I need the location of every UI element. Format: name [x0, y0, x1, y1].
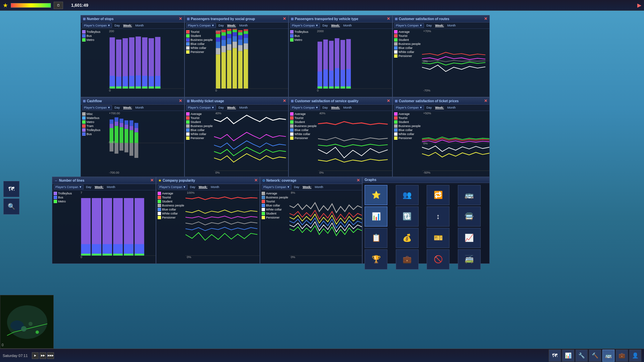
ff2-btn[interactable]: ▶▶▶: [47, 352, 54, 359]
star-icon: ★: [3, 2, 8, 9]
legend-social: Tourist Student Business people Blue col…: [185, 29, 214, 93]
graph-btn-arrows[interactable]: ↕: [427, 206, 449, 227]
close-stops[interactable]: ✕: [179, 16, 182, 21]
company-selector-cashflow[interactable]: Player's Compan ▼: [82, 105, 112, 110]
close-network[interactable]: ✕: [357, 178, 360, 183]
month-btn-cashflow[interactable]: Month: [135, 106, 145, 110]
panel-title-cashflow: ⊞ Cashflow: [83, 99, 102, 103]
month-btn-tickets[interactable]: Month: [238, 106, 249, 110]
bottom-icon-bus[interactable]: 🚌: [602, 350, 614, 362]
graph-btn-list[interactable]: 📋: [365, 228, 387, 248]
chart-max-lines: 7: [80, 191, 82, 194]
close-tickets[interactable]: ✕: [283, 99, 286, 103]
day-btn-prices[interactable]: Day: [425, 106, 433, 110]
month-btn-lines[interactable]: Month: [106, 185, 116, 189]
close-quality[interactable]: ✕: [387, 99, 390, 103]
day-btn-vehicle[interactable]: Day: [321, 23, 329, 27]
graph-btn-no[interactable]: 🚫: [427, 249, 449, 269]
close-vehicle[interactable]: ✕: [387, 16, 390, 21]
chart-min-network: 0%: [291, 255, 295, 259]
panel-title-routes: ⊞ Customer satisfaction of routes: [395, 17, 449, 21]
company-selector-quality[interactable]: Player's Compan ▼: [290, 105, 320, 110]
graph-btn-bag[interactable]: 💼: [396, 249, 419, 269]
company-selector-vehicle[interactable]: Player's Compan ▼: [290, 23, 320, 28]
graph-btn-bus2[interactable]: 🚍: [458, 206, 481, 227]
graph-btn-chart[interactable]: 📊: [365, 206, 387, 227]
bottom-icon-person[interactable]: 👤: [629, 350, 641, 362]
company-selector-social[interactable]: Player's Compan ▼: [186, 23, 216, 28]
tool-map[interactable]: 🗺: [3, 181, 19, 197]
graph-btn-trophy[interactable]: 🏆: [365, 249, 387, 269]
svg-rect-42: [227, 29, 231, 31]
week-btn-lines[interactable]: Week:: [94, 185, 104, 189]
close-cashflow[interactable]: ✕: [179, 99, 182, 103]
chart-social: 2000 0: [214, 29, 288, 93]
month-btn-popularity[interactable]: Month: [210, 185, 220, 189]
close-social[interactable]: ✕: [283, 16, 286, 21]
week-btn-quality[interactable]: Week:: [330, 106, 341, 110]
close-routes[interactable]: ✕: [484, 16, 487, 21]
controls-quality: Player's Compan ▼ Day Week: Month: [289, 105, 392, 111]
graph-btn-money[interactable]: 💰: [396, 228, 419, 248]
chart-max-vehicle: 2000: [317, 29, 324, 33]
day-btn-stops[interactable]: Day: [113, 23, 121, 27]
bottom-icon-chart[interactable]: 📊: [562, 350, 574, 362]
day-btn-tickets[interactable]: Day: [217, 106, 225, 110]
month-btn-vehicle[interactable]: Month: [342, 23, 353, 27]
company-selector-routes[interactable]: Player's Compan ▼: [394, 23, 424, 28]
close-btn[interactable]: ▶: [637, 2, 641, 8]
company-selector-popularity[interactable]: Player's Compan ▼: [158, 185, 187, 189]
week-btn-cashflow[interactable]: Week:: [122, 106, 133, 110]
menu-icon[interactable]: 🗒: [54, 2, 63, 9]
svg-rect-35: [221, 32, 226, 36]
ff1-btn[interactable]: ▶▶: [40, 352, 46, 359]
legend-network: Average Business people Tourist Blue col…: [260, 190, 289, 259]
close-prices[interactable]: ✕: [484, 99, 487, 103]
close-popularity[interactable]: ✕: [254, 178, 258, 183]
month-btn-network[interactable]: Month: [314, 185, 324, 189]
week-btn-prices[interactable]: Week:: [434, 106, 445, 110]
graph-btn-cycle[interactable]: 🔃: [396, 206, 419, 227]
month-btn-stops[interactable]: Month: [135, 23, 145, 27]
bottom-icon-briefcase[interactable]: 💼: [616, 350, 628, 362]
company-selector-network[interactable]: Player's Compan ▼: [262, 185, 291, 189]
graph-btn-star[interactable]: ⭐: [365, 185, 387, 205]
close-lines[interactable]: ✕: [150, 178, 154, 183]
day-btn-quality[interactable]: Day: [321, 106, 329, 110]
week-btn-vehicle[interactable]: Week:: [330, 23, 341, 27]
graph-btn-trending[interactable]: 📈: [458, 228, 481, 248]
bottom-icon-map[interactable]: 🗺: [549, 350, 561, 362]
week-btn-network[interactable]: Week:: [302, 185, 312, 189]
company-selector-prices[interactable]: Player's Compan ▼: [394, 105, 424, 110]
bottom-icon-tools[interactable]: 🔨: [589, 350, 601, 362]
company-selector-lines[interactable]: Player's Compan ▼: [54, 185, 84, 189]
week-btn-social[interactable]: Week:: [226, 23, 237, 27]
week-btn-routes[interactable]: Week:: [434, 23, 445, 27]
graph-btn-route[interactable]: 🔁: [427, 185, 449, 205]
svg-rect-25: [216, 54, 220, 88]
company-selector-tickets[interactable]: Player's Compan ▼: [186, 105, 216, 110]
play-btn[interactable]: ▶: [32, 352, 39, 359]
tool-zoom[interactable]: 🔍: [3, 198, 19, 215]
month-btn-social[interactable]: Month: [238, 23, 249, 27]
month-btn-routes[interactable]: Month: [446, 23, 457, 27]
week-btn-popularity[interactable]: Week:: [198, 185, 208, 189]
controls-lines: Player's Compan ▼ Day Week: Month: [52, 184, 156, 190]
week-btn-tickets[interactable]: Week:: [226, 106, 237, 110]
day-btn-lines[interactable]: Day: [85, 185, 92, 189]
day-btn-social[interactable]: Day: [217, 23, 225, 27]
graph-btn-ticket[interactable]: 🎫: [427, 228, 449, 248]
bottom-icon-wrench[interactable]: 🔧: [576, 350, 588, 362]
week-btn-stops[interactable]: Week:: [122, 23, 133, 27]
month-btn-prices[interactable]: Month: [446, 106, 457, 110]
graph-btn-people[interactable]: 👥: [396, 185, 419, 205]
day-btn-network[interactable]: Day: [293, 185, 300, 189]
day-btn-cashflow[interactable]: Day: [113, 106, 121, 110]
day-btn-routes[interactable]: Day: [425, 23, 433, 27]
company-selector-stops[interactable]: Player's Compan ▼: [82, 23, 112, 28]
month-btn-quality[interactable]: Month: [342, 106, 353, 110]
graph-btn-transit[interactable]: 🚎: [458, 249, 481, 269]
body-stops: Trolleybus Bus Metro 200 0: [81, 29, 184, 93]
graph-btn-bus[interactable]: 🚌: [458, 185, 481, 205]
day-btn-popularity[interactable]: Day: [189, 185, 196, 189]
